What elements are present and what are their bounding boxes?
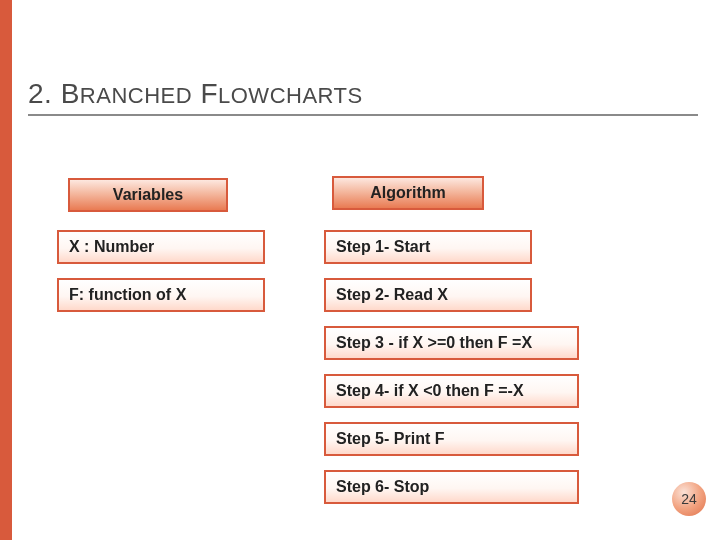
variable-f: F: function of X [57, 278, 265, 312]
slide-title: 2. BRANCHED FLOWCHARTS [28, 78, 363, 110]
title-r1: RANCHED [80, 83, 192, 108]
accent-left-bar [0, 0, 12, 540]
variable-f-label: F: function of X [69, 286, 186, 304]
title-b2: F [200, 78, 218, 109]
page-number: 24 [681, 491, 697, 507]
step-6: Step 6- Stop [324, 470, 579, 504]
step-4-label: Step 4- if X <0 then F =-X [336, 382, 524, 400]
variable-x: X : Number [57, 230, 265, 264]
title-b1: B [61, 78, 80, 109]
title-prefix: 2. [28, 78, 61, 109]
step-4: Step 4- if X <0 then F =-X [324, 374, 579, 408]
step-2-label: Step 2- Read X [336, 286, 448, 304]
step-1-label: Step 1- Start [336, 238, 430, 256]
algorithm-header: Algorithm [332, 176, 484, 210]
variable-x-label: X : Number [69, 238, 154, 256]
variables-header-label: Variables [113, 186, 183, 204]
title-r2: LOWCHARTS [218, 83, 363, 108]
step-6-label: Step 6- Stop [336, 478, 429, 496]
step-3: Step 3 - if X >=0 then F =X [324, 326, 579, 360]
page-number-badge: 24 [672, 482, 706, 516]
step-1: Step 1- Start [324, 230, 532, 264]
step-2: Step 2- Read X [324, 278, 532, 312]
step-5-label: Step 5- Print F [336, 430, 444, 448]
variables-header: Variables [68, 178, 228, 212]
title-underline [28, 114, 698, 116]
step-5: Step 5- Print F [324, 422, 579, 456]
algorithm-header-label: Algorithm [370, 184, 446, 202]
step-3-label: Step 3 - if X >=0 then F =X [336, 334, 532, 352]
